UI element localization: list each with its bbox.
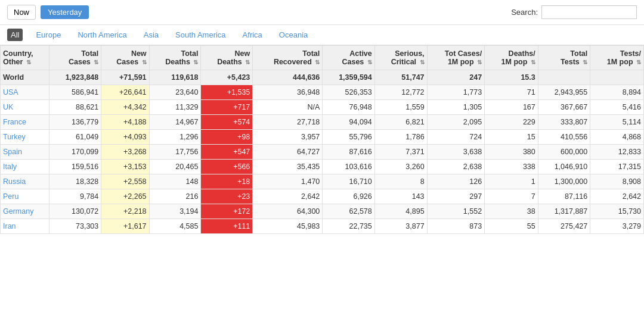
sort-icon: ⇅ <box>26 59 31 65</box>
cell-3-6: 55,796 <box>323 130 374 145</box>
country-link[interactable]: Turkey <box>3 133 26 141</box>
yesterday-button[interactable]: Yesterday <box>41 5 89 19</box>
table-row: UK88,621+4,34211,329+717N/A76,9481,5591,… <box>1 100 644 115</box>
cell-4-3: 17,756 <box>149 145 201 160</box>
cell-0-3: 23,640 <box>149 85 201 100</box>
cell-0-0[interactable]: USA <box>1 85 49 100</box>
cell-2-1: 136,779 <box>49 115 101 130</box>
col-header-newDeaths[interactable]: NewDeaths ⇅ <box>201 46 253 70</box>
world-cell-5: 444,636 <box>253 70 323 85</box>
cell-5-11: 17,315 <box>590 160 644 174</box>
cell-3-2: +4,093 <box>101 130 149 145</box>
cell-5-0[interactable]: Italy <box>1 160 49 174</box>
country-link[interactable]: Iran <box>3 222 16 230</box>
cell-5-3: 20,465 <box>149 160 201 174</box>
covid-table: Country,Other ⇅TotalCases ⇅NewCases ⇅Tot… <box>0 45 644 234</box>
sort-icon: ⇅ <box>94 59 98 65</box>
cell-0-6: 526,353 <box>323 85 374 100</box>
cell-7-0[interactable]: Peru <box>1 189 49 204</box>
country-link[interactable]: Germany <box>3 207 33 216</box>
cell-6-4: +18 <box>201 174 253 189</box>
region-tab-oceania[interactable]: Oceania <box>275 29 311 41</box>
cell-1-0[interactable]: UK <box>1 100 49 115</box>
cell-3-3: 1,296 <box>149 130 201 145</box>
table-row: Spain170,099+3,26817,756+54764,72787,616… <box>1 145 644 160</box>
cell-2-8: 2,095 <box>427 115 485 130</box>
country-link[interactable]: Italy <box>3 163 17 171</box>
cell-3-0[interactable]: Turkey <box>1 130 49 145</box>
cell-7-8: 297 <box>427 189 485 204</box>
sort-icon: ⇅ <box>315 59 320 65</box>
col-header-country[interactable]: Country,Other ⇅ <box>1 46 49 70</box>
world-cell-6: 1,359,594 <box>323 70 374 85</box>
country-link[interactable]: France <box>3 118 26 126</box>
col-header-totalRecovered[interactable]: TotalRecovered ⇅ <box>253 46 323 70</box>
cell-8-0[interactable]: Germany <box>1 204 49 219</box>
cell-7-9: 7 <box>485 189 538 204</box>
cell-5-10: 1,046,910 <box>538 160 590 174</box>
cell-2-4: +574 <box>201 115 253 130</box>
cell-2-0[interactable]: France <box>1 115 49 130</box>
cell-7-6: 6,926 <box>323 189 374 204</box>
col-header-tests1M[interactable]: Tests/1M pop ⇅ <box>590 46 644 70</box>
search-label: Search: <box>511 8 538 17</box>
cell-0-7: 12,772 <box>374 85 427 100</box>
cell-4-0[interactable]: Spain <box>1 145 49 160</box>
region-tab-north-america[interactable]: North America <box>74 29 130 41</box>
cell-4-9: 380 <box>485 145 538 160</box>
cell-1-9: 167 <box>485 100 538 115</box>
search-input[interactable] <box>541 5 637 19</box>
cell-1-2: +4,342 <box>101 100 149 115</box>
cell-6-5: 1,470 <box>253 174 323 189</box>
cell-6-8: 126 <box>427 174 485 189</box>
col-header-serious[interactable]: Serious,Critical ⇅ <box>374 46 427 70</box>
region-tab-europe[interactable]: Europe <box>32 29 64 41</box>
table-row: Turkey61,049+4,0931,296+983,95755,7961,7… <box>1 130 644 145</box>
cell-9-1: 73,303 <box>49 219 101 234</box>
cell-4-11: 12,833 <box>590 145 644 160</box>
country-link[interactable]: USA <box>3 88 18 96</box>
cell-9-0[interactable]: Iran <box>1 219 49 234</box>
cell-2-10: 333,807 <box>538 115 590 130</box>
cell-3-11: 4,868 <box>590 130 644 145</box>
sort-icon: ⇅ <box>245 59 250 65</box>
cell-6-11: 8,908 <box>590 174 644 189</box>
col-header-newCases[interactable]: NewCases ⇅ <box>101 46 149 70</box>
region-tab-africa[interactable]: Africa <box>239 29 266 41</box>
cell-2-6: 94,094 <box>323 115 374 130</box>
country-link[interactable]: UK <box>3 103 13 111</box>
col-header-activeCases[interactable]: ActiveCases ⇅ <box>323 46 374 70</box>
now-button[interactable]: Now <box>7 5 36 20</box>
cell-5-4: +566 <box>201 160 253 174</box>
col-header-deaths1M[interactable]: Deaths/1M pop ⇅ <box>485 46 538 70</box>
country-link[interactable]: Russia <box>3 177 26 186</box>
world-cell-10 <box>538 70 590 85</box>
col-header-totalDeaths[interactable]: TotalDeaths ⇅ <box>149 46 201 70</box>
world-cell-0: World <box>1 70 49 85</box>
cell-9-2: +1,617 <box>101 219 149 234</box>
col-header-totalCases[interactable]: TotalCases ⇅ <box>49 46 101 70</box>
cell-3-1: 61,049 <box>49 130 101 145</box>
world-row: World1,923,848+71,591119,618+5,423444,63… <box>1 70 644 85</box>
cell-6-0[interactable]: Russia <box>1 174 49 189</box>
cell-3-8: 724 <box>427 130 485 145</box>
col-header-totalTests[interactable]: TotalTests ⇅ <box>538 46 590 70</box>
cell-2-5: 27,718 <box>253 115 323 130</box>
cell-4-6: 87,616 <box>323 145 374 160</box>
region-tab-all[interactable]: All <box>7 29 23 41</box>
cell-8-5: 64,300 <box>253 204 323 219</box>
cell-9-7: 3,877 <box>374 219 427 234</box>
cell-9-9: 55 <box>485 219 538 234</box>
region-tab-asia[interactable]: Asia <box>140 29 162 41</box>
col-header-totCases1M[interactable]: Tot Cases/1M pop ⇅ <box>427 46 485 70</box>
country-link[interactable]: Peru <box>3 192 18 201</box>
cell-8-2: +2,218 <box>101 204 149 219</box>
country-link[interactable]: Spain <box>3 148 22 156</box>
table-row: Iran73,303+1,6174,585+11145,98322,7353,8… <box>1 219 644 234</box>
region-tab-south-america[interactable]: South America <box>172 29 230 41</box>
sort-icon: ⇅ <box>193 59 198 65</box>
cell-1-8: 1,305 <box>427 100 485 115</box>
world-cell-2: +71,591 <box>101 70 149 85</box>
world-cell-7: 51,747 <box>374 70 427 85</box>
cell-1-7: 1,559 <box>374 100 427 115</box>
